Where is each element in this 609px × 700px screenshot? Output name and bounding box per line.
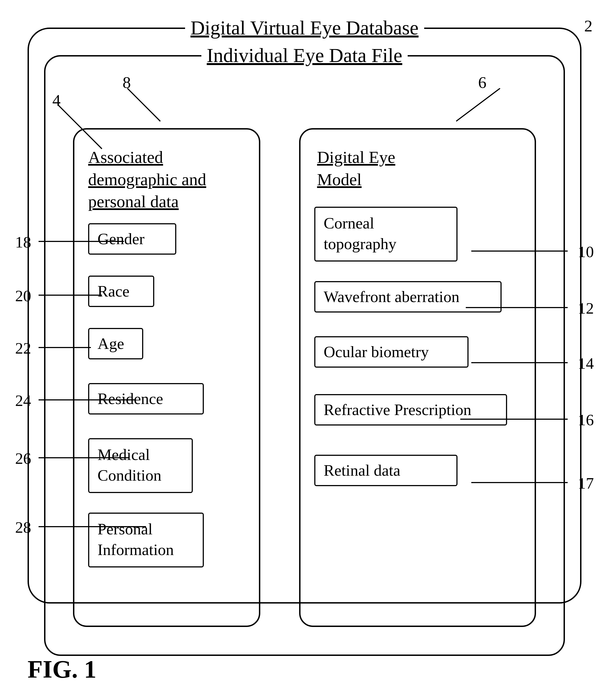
fig-label: FIG. 1 — [28, 655, 97, 683]
race-box: Race — [88, 276, 154, 307]
ref-20-line — [38, 294, 105, 296]
ref-2-label: 2 — [584, 17, 592, 36]
ref-20-label: 20 — [15, 287, 31, 305]
ref-16-label: 16 — [578, 411, 594, 429]
ref-16-line — [460, 418, 571, 420]
ref-10-line — [471, 250, 571, 252]
ref-26-label: 26 — [15, 449, 31, 468]
left-column-box: Associated demographic and personal data… — [73, 128, 260, 627]
ref-14-line — [471, 362, 571, 364]
age-box: Age — [88, 328, 143, 359]
svg-line-1 — [127, 88, 160, 121]
ref-28-label: 28 — [15, 518, 31, 536]
database-title: Digital Virtual Eye Database — [185, 17, 424, 39]
retinal-data-box: Retinal data — [314, 455, 457, 486]
ref-12-label: 12 — [578, 299, 594, 318]
svg-line-2 — [456, 88, 500, 121]
left-col-title: Associated demographic and personal data — [88, 146, 206, 213]
ref-8-line — [127, 88, 171, 127]
ref-6-line — [456, 88, 500, 127]
medical-condition-box: MedicalCondition — [88, 438, 193, 493]
refractive-prescription-box: Refractive Prescription — [314, 394, 507, 426]
ref-24-line — [38, 399, 138, 401]
ref-28-line — [38, 526, 149, 528]
ref-26-line — [38, 457, 132, 459]
middle-individual-box: Individual Eye Data File 8 6 Associated … — [44, 55, 565, 656]
corneal-topography-box: Cornealtopography — [314, 207, 457, 261]
ref-24-label: 24 — [15, 391, 31, 410]
ref-18-line — [38, 240, 127, 242]
right-col-title: Digital Eye Model — [317, 146, 395, 190]
ref-22-label: 22 — [15, 339, 31, 357]
right-column-box: Digital Eye Model Cornealtopography Wave… — [299, 128, 536, 627]
personal-information-box: PersonalInformation — [88, 513, 204, 567]
middle-title: Individual Eye Data File — [201, 44, 408, 67]
ocular-biometry-box: Ocular biometry — [314, 336, 469, 368]
ref-22-line — [38, 346, 94, 348]
page: 2 Digital Virtual Eye Database 4 Individ… — [0, 0, 609, 700]
ref-17-line — [471, 481, 571, 484]
ref-17-label: 17 — [578, 474, 594, 493]
ref-18-label: 18 — [15, 233, 31, 251]
ref-12-line — [466, 306, 571, 309]
ref-10-label: 10 — [578, 242, 594, 261]
gender-box: Gender — [88, 223, 176, 255]
ref-14-label: 14 — [578, 354, 594, 373]
